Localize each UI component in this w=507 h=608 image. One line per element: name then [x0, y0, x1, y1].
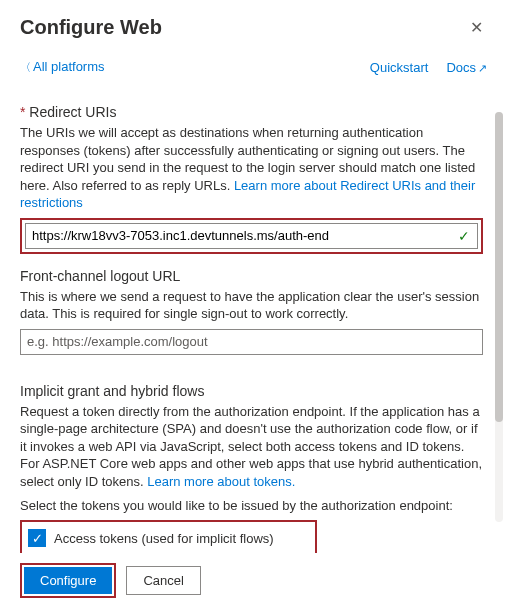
implicit-heading: Implicit grant and hybrid flows	[20, 383, 483, 399]
docs-link[interactable]: Docs↗	[446, 60, 487, 75]
configure-button[interactable]: Configure	[24, 567, 112, 594]
logout-url-heading: Front-channel logout URL	[20, 268, 483, 284]
back-link-label: All platforms	[33, 59, 105, 74]
redirect-uri-input[interactable]	[25, 223, 478, 249]
access-tokens-row[interactable]: ✓ Access tokens (used for implicit flows…	[28, 526, 309, 550]
chevron-left-icon: 〈	[20, 61, 31, 73]
cancel-button[interactable]: Cancel	[126, 566, 200, 595]
close-icon[interactable]: ✕	[466, 14, 487, 41]
select-tokens-prompt: Select the tokens you would like to be i…	[20, 497, 483, 515]
docs-label: Docs	[446, 60, 476, 75]
panel-title: Configure Web	[20, 16, 162, 39]
token-checkbox-highlight: ✓ Access tokens (used for implicit flows…	[20, 520, 317, 554]
content-scroll[interactable]: Redirect URIs The URIs we will accept as…	[0, 92, 507, 554]
quickstart-link[interactable]: Quickstart	[370, 60, 429, 75]
redirect-uris-desc: The URIs we will accept as destinations …	[20, 124, 483, 212]
back-all-platforms-link[interactable]: 〈All platforms	[20, 59, 105, 75]
redirect-uri-highlight: ✓	[20, 218, 483, 254]
configure-button-highlight: Configure	[20, 563, 116, 598]
scrollbar-track[interactable]	[495, 112, 503, 522]
implicit-desc: Request a token directly from the author…	[20, 403, 483, 491]
redirect-uris-heading: Redirect URIs	[20, 104, 483, 120]
logout-url-input[interactable]	[20, 329, 483, 355]
tokens-learn-link[interactable]: Learn more about tokens.	[147, 474, 295, 489]
access-tokens-checkbox[interactable]: ✓	[28, 529, 46, 547]
access-tokens-label: Access tokens (used for implicit flows)	[54, 531, 274, 546]
scrollbar-thumb[interactable]	[495, 112, 503, 422]
logout-url-desc: This is where we send a request to have …	[20, 288, 483, 323]
external-link-icon: ↗	[478, 62, 487, 74]
